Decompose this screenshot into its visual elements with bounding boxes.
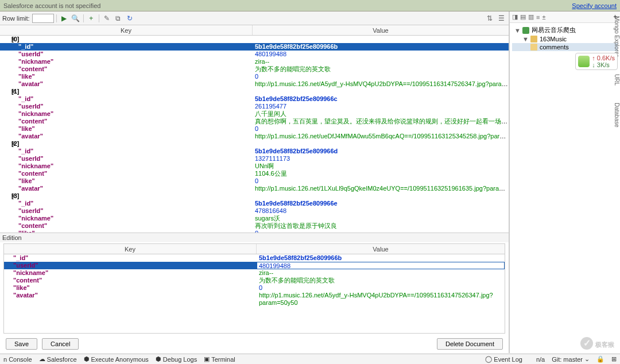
edition-row[interactable]: "_id"5b1e9de58f82bf25e809966b <box>4 254 505 262</box>
rowlimit-label: Row limit: <box>2 15 30 22</box>
bb-event-log[interactable]: ◯ Event Log <box>485 355 522 363</box>
field-row[interactable]: "like"0 <box>0 73 509 80</box>
field-row[interactable]: "nickname"八千里闲人 <box>0 110 509 118</box>
specify-account-link[interactable]: Specify account <box>572 2 617 9</box>
field-row[interactable]: "content"1104.6公里 <box>0 170 509 177</box>
expand-icon[interactable]: ▼ <box>514 27 520 34</box>
server-icon <box>522 27 529 34</box>
edition-panel: Edition Key Value "_id"5b1e9de58f82bf25e… <box>0 233 509 353</box>
search-icon[interactable]: 🔍 <box>71 13 81 24</box>
edit-icon[interactable]: ✎ <box>102 13 112 24</box>
collection-icon <box>530 44 537 51</box>
main-area: Row limit: ▶ 🔍 + ✎ ⧉ ↻ ⇅ ☰ Key Value ▼[0… <box>0 11 620 353</box>
rt-icon-4[interactable]: ≡ <box>536 14 540 21</box>
bb-terminal[interactable]: ▣ Terminal <box>204 355 235 363</box>
cancel-button[interactable]: Cancel <box>42 338 79 350</box>
bb-console[interactable]: n Console <box>3 356 32 363</box>
tree-header: Key Value <box>0 25 509 36</box>
edition-title: Edition <box>0 233 509 242</box>
field-row[interactable]: "_id"5b1e9de58f82bf25e809966d <box>0 148 509 155</box>
nav-root[interactable]: ▼ 网易云音乐爬虫 <box>512 25 618 35</box>
run-icon[interactable]: ▶ <box>59 13 69 24</box>
record-header[interactable]: ▼[3] <box>0 192 509 200</box>
rt-icon-5[interactable]: ± <box>542 14 545 21</box>
delete-document-button[interactable]: Delete Document <box>437 338 503 350</box>
expand-icon[interactable]: ▼ <box>522 36 528 42</box>
add-icon[interactable]: + <box>86 13 96 24</box>
record-header[interactable]: ▼[1] <box>0 88 509 95</box>
field-row[interactable]: "content"为数不多的能唱完的英文歌 <box>0 65 509 73</box>
ed-value-header[interactable]: Value <box>257 244 505 254</box>
database-icon <box>530 36 537 42</box>
rt-icon-2[interactable]: ▤ <box>520 13 526 21</box>
ed-key-header[interactable]: Key <box>4 244 257 254</box>
field-row[interactable]: "like"0 <box>0 177 509 185</box>
bb-salesforce[interactable]: ☁ Salesforce <box>39 355 77 363</box>
bb-more-icon[interactable]: ⊞ <box>611 355 617 363</box>
tree-view[interactable]: ▼[0]"_id"5b1e9de58f82bf25e809966b"userId… <box>0 36 509 233</box>
field-row[interactable]: "nickname"UNn啊 <box>0 162 509 170</box>
field-row[interactable]: "userId"261195477 <box>0 103 509 110</box>
record-header[interactable]: ▼[0] <box>0 36 509 43</box>
notification-bar: Salesforce account is not specified Spec… <box>0 0 620 11</box>
bottom-bar: n Console ☁ Salesforce ⬢ Execute Anonymo… <box>0 354 620 364</box>
field-row[interactable]: "avatar"http://p1.music.126.net/1LXuLl9q… <box>0 185 509 192</box>
record-header[interactable]: ▼[2] <box>0 140 509 148</box>
field-row[interactable]: "avatar"http://p1.music.126.net/A5ydf_y-… <box>0 80 509 88</box>
view-icon[interactable]: ☰ <box>496 13 506 24</box>
bb-debug-logs[interactable]: ⬢ Debug Logs <box>156 355 197 363</box>
edition-row[interactable]: "content"为数不多的能唱完的英文歌 <box>4 277 505 284</box>
nav-database[interactable]: ▼ 163Music <box>512 35 618 43</box>
field-row[interactable]: "content"再次听到这首歌是原于钟汉良 <box>0 222 509 230</box>
rowlimit-input[interactable] <box>32 14 54 23</box>
side-tab-mongo[interactable]: Mongo Explorer <box>611 16 620 57</box>
field-row[interactable]: "content"真的想你啊，五百英里，望尘莫及。还没来得及给你说篮球的规则，还… <box>0 118 509 125</box>
network-widget: ↑ 0.6K/s ↓ 3K/s <box>575 53 618 70</box>
side-tab-database[interactable]: Database <box>611 103 620 127</box>
edition-row[interactable]: "like"0 <box>4 284 505 292</box>
edition-row[interactable]: "avatar"http://p1.music.126.net/A5ydf_y-… <box>4 292 505 299</box>
bb-exec-anon[interactable]: ⬢ Execute Anonymous <box>84 355 149 363</box>
field-row[interactable]: "nickname"zira-- <box>0 58 509 65</box>
value-column-header[interactable]: Value <box>253 25 509 35</box>
edition-row[interactable]: "nickname"zira-- <box>4 269 505 277</box>
rt-icon-3[interactable]: ▥ <box>528 13 534 21</box>
field-row[interactable]: "_id"5b1e9de58f82bf25e809966c <box>0 95 509 103</box>
save-button[interactable]: Save <box>6 338 37 350</box>
edition-buttons: Save Cancel Delete Document <box>0 335 509 353</box>
edition-row[interactable]: "userId"480199488 <box>4 262 505 269</box>
field-row[interactable]: "userId"1327111173 <box>0 155 509 162</box>
warning-text: Salesforce account is not specified <box>3 2 100 9</box>
bb-na: n/a <box>536 356 545 363</box>
bb-git[interactable]: Git: master ⌄ <box>552 355 590 363</box>
field-row[interactable]: "like"0 <box>0 125 509 133</box>
rt-icon-1[interactable]: ◨ <box>512 13 518 21</box>
nav-collection[interactable]: comments <box>512 43 618 51</box>
field-row[interactable]: "userId"480199488 <box>0 51 509 58</box>
field-row[interactable]: "nickname"sugars沃 <box>0 215 509 222</box>
side-tab-url[interactable]: URL <box>611 74 620 86</box>
toolbar: Row limit: ▶ 🔍 + ✎ ⧉ ↻ ⇅ ☰ <box>0 11 509 25</box>
right-toolbar: ◨ ▤ ▥ ≡ ± ✦ <box>510 11 620 23</box>
bb-lock-icon[interactable]: 🔒 <box>596 355 604 363</box>
field-row[interactable]: "_id"5b1e9de58f82bf25e809966e <box>0 200 509 207</box>
field-row[interactable]: "avatar"http://p1.music.126.net/ueDfJ4Mf… <box>0 133 509 140</box>
network-icon <box>578 56 590 67</box>
link-icon[interactable]: ⇅ <box>485 13 495 24</box>
field-row[interactable]: "_id"5b1e9de58f82bf25e809966b <box>0 43 509 51</box>
nav-tree: ▼ 网易云音乐爬虫 ▼ 163Music comments <box>510 23 620 53</box>
copy-icon[interactable]: ⧉ <box>113 13 123 24</box>
edition-table: Key Value "_id"5b1e9de58f82bf25e809966b"… <box>3 243 505 334</box>
field-row[interactable]: "userId"478816648 <box>0 207 509 215</box>
key-column-header[interactable]: Key <box>0 25 253 35</box>
refresh-icon[interactable]: ↻ <box>125 13 135 24</box>
left-panel: Row limit: ▶ 🔍 + ✎ ⧉ ↻ ⇅ ☰ Key Value ▼[0… <box>0 11 509 353</box>
